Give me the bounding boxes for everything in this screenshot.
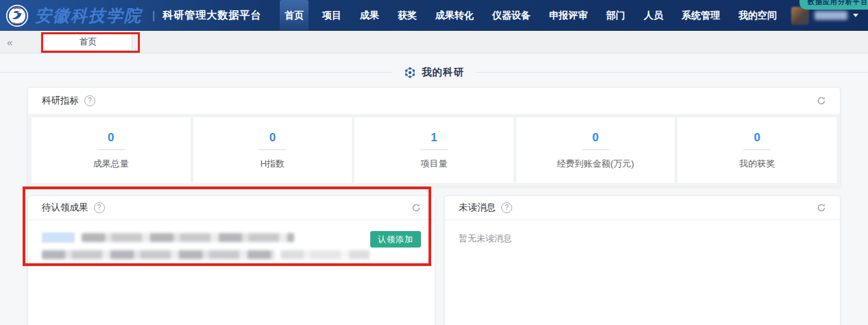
messages-card-header: 未读消息 ? [445,196,840,220]
stat-label: 成果总量 [93,158,129,170]
redacted-tag [42,232,75,243]
collapse-sidebar-icon[interactable]: « [7,31,12,53]
stat-label: 经费到账金额(万元) [557,158,634,170]
username-redacted [815,11,847,20]
nav-item-transformation[interactable]: 成果转化 [431,0,479,31]
nav-item-system-management[interactable]: 系统管理 [677,0,725,31]
stat-divider [97,149,125,150]
stat-h-index[interactable]: 0 H指数 [193,117,352,183]
tab-bar: « 首页 [0,31,868,53]
chevron-down-icon [853,14,858,17]
stat-divider [743,149,771,150]
nav-item-departments[interactable]: 部门 [601,0,630,31]
pending-card-title: 待认领成果 [42,202,88,214]
redacted-authors [42,250,275,259]
stat-divider [582,149,610,150]
section-header-row: 我的科研 [0,53,868,79]
research-atom-icon [404,67,416,79]
stat-value: 0 [269,131,276,145]
university-name: 安徽科技学院 [35,8,142,24]
pending-item-redacted [42,231,421,261]
main-nav: 首页 项目 成果 获奖 成果转化 仪器设备 申报评审 部门 人员 系统管理 我的… [280,0,782,31]
stat-divider [258,149,286,150]
stat-value: 0 [108,131,114,145]
data-analysis-platform-link[interactable]: 数据应用分析平台 [799,0,868,10]
redacted-meta [280,250,370,259]
app-header: 安徽科技学院 | 科研管理大数据平台 首页 项目 成果 获奖 成果转化 仪器设备… [0,0,868,31]
indicators-card-header: 科研指标 ? [28,88,840,114]
brand: 安徽科技学院 | 科研管理大数据平台 [5,4,261,27]
refresh-icon[interactable] [817,96,826,106]
stat-project-count[interactable]: 1 项目量 [354,117,514,183]
messages-card-title: 未读消息 [459,202,496,214]
refresh-icon[interactable] [817,203,826,213]
nav-item-application-review[interactable]: 申报评审 [544,0,592,31]
pending-achievements-card: 待认领成果 ? 认领添加 [27,195,435,325]
messages-empty-state: 暂无未读消息 [445,220,840,257]
nav-item-personnel[interactable]: 人员 [639,0,668,31]
bottom-cards-row: 待认领成果 ? 认领添加 [27,195,841,325]
stat-funding-received[interactable]: 0 经费到账金额(万元) [516,117,675,183]
stat-divider [420,149,448,150]
research-indicators-card: 科研指标 ? 0 成果总量 0 H指数 1 [27,87,841,187]
main-content: 我的科研 科研指标 ? 0 成果总量 0 H指数 [0,53,868,325]
divider-line [475,72,868,73]
redacted-detail-row [42,248,421,261]
divider-line [0,72,393,73]
tab-home[interactable]: 首页 [44,33,132,51]
stat-total-achievements[interactable]: 0 成果总量 [32,117,191,183]
indicators-card-title: 科研指标 [42,95,79,107]
nav-item-achievements[interactable]: 成果 [355,0,384,31]
unread-messages-card: 未读消息 ? 暂无未读消息 [444,195,841,325]
stat-my-awards[interactable]: 0 我的获奖 [677,117,836,183]
claim-add-button[interactable]: 认领添加 [370,231,421,248]
refresh-icon[interactable] [411,203,421,213]
pending-list: 认领添加 [28,220,435,272]
stat-label: 我的获奖 [739,158,775,170]
stats-row: 0 成果总量 0 H指数 1 项目量 0 经费到账金额(万元) 0 [28,114,840,186]
nav-item-awards[interactable]: 获奖 [393,0,422,31]
page-title: 我的科研 [422,66,464,79]
brand-divider: | [152,10,155,22]
stat-value: 0 [592,131,599,145]
nav-item-my-space[interactable]: 我的空间 [734,0,782,31]
nav-item-instruments[interactable]: 仪器设备 [487,0,535,31]
university-logo-icon [5,4,29,27]
nav-item-home[interactable]: 首页 [280,0,309,31]
section-title-group: 我的科研 [404,66,464,79]
nav-item-projects[interactable]: 项目 [317,0,346,31]
pending-card-header: 待认领成果 ? [28,196,435,220]
stat-value: 1 [431,131,437,145]
platform-title: 科研管理大数据平台 [162,9,261,22]
stat-label: H指数 [261,158,285,170]
stat-value: 0 [754,131,760,145]
stat-label: 项目量 [420,158,447,170]
redacted-title [82,233,294,242]
help-icon[interactable]: ? [94,202,105,213]
help-icon[interactable]: ? [84,95,95,106]
help-icon[interactable]: ? [501,202,512,213]
